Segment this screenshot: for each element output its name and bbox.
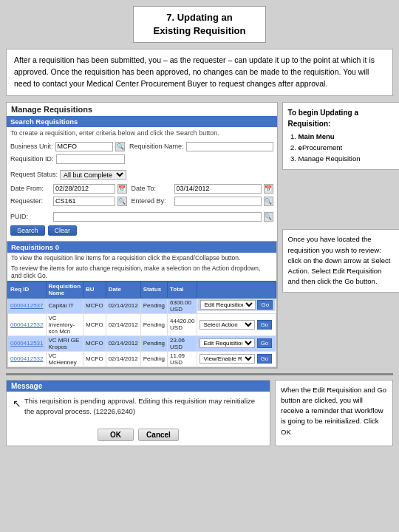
date-cell: 02/14/2012: [106, 335, 140, 351]
requester-label: Requester:: [10, 197, 51, 205]
search-button[interactable]: Search: [10, 225, 45, 236]
table-row: 0000412537 Capital IT MCFO 02/14/2012 Pe…: [8, 298, 276, 313]
bu-cell: MCFO: [83, 351, 106, 366]
callout2-text: Once you have located the requisition yo…: [288, 235, 391, 285]
message-text: This requisition is pending approval. Ed…: [24, 397, 255, 415]
search-buttons: Search Clear: [7, 223, 277, 238]
search-requisitions-bar: Search Requisitions: [7, 116, 277, 127]
req-id-cell: 0000412532: [8, 351, 47, 366]
callout1-step2: eProcurement: [299, 143, 395, 153]
callout-box-2: Once you have located the requisition yo…: [282, 229, 399, 292]
action-dropdown[interactable]: Edit Requisition: [200, 300, 256, 310]
req-name-cell: Capital IT: [46, 298, 83, 313]
ok-button[interactable]: OK: [98, 429, 134, 441]
action-cell[interactable]: View/Enable Requisition Go: [197, 351, 276, 366]
col-date: Date: [106, 281, 140, 298]
action-dropdown[interactable]: View/Enable Requisition: [200, 354, 255, 364]
req-table: Req ID Requisition Name BU Date Status T…: [7, 281, 276, 367]
requisitions-section: Requisitions 0 To view the requisition l…: [7, 241, 277, 368]
date-to-label: Date To:: [132, 185, 172, 192]
business-unit-label: Business Unit:: [10, 143, 53, 150]
business-unit-input[interactable]: [55, 142, 114, 151]
req-name-input[interactable]: [186, 142, 273, 151]
action-cell[interactable]: Edit Requisition Go: [197, 335, 276, 351]
req-status-dropdown[interactable]: All but Complete Pending Approved Comple…: [60, 170, 126, 180]
callout-box-3: When the Edit Requisition and Go button …: [275, 380, 393, 447]
action-cell[interactable]: Edit Requisition Go: [197, 299, 276, 311]
callout1-title: To begin Updating a Requisition:: [288, 107, 395, 129]
req-id-cell: 0000412537: [8, 298, 47, 313]
total-cell: 11.09 USD: [168, 351, 197, 366]
date-from-label: Date From:: [10, 185, 51, 192]
requester-input[interactable]: [53, 197, 115, 206]
table-row: 0000412532 VC McHenney MCFO 02/14/2012 P…: [8, 351, 276, 366]
requester-search-icon[interactable]: 🔍: [117, 197, 127, 206]
puid-input[interactable]: [53, 212, 262, 222]
go-button[interactable]: Go: [257, 338, 273, 348]
date-from-row: Date From: 📅: [10, 184, 127, 194]
page-title: 7. Updating an Existing Requisition: [133, 6, 266, 43]
callout1-steps: Main Menu eProcurement Manage Requisitio…: [288, 132, 395, 165]
date-from-calendar-icon[interactable]: 📅: [117, 184, 127, 194]
business-unit-search-icon[interactable]: 🔍: [115, 142, 125, 151]
divider: [6, 373, 393, 375]
puid-search-icon[interactable]: 🔍: [264, 212, 273, 222]
bu-cell: MCFO: [83, 335, 106, 351]
col-total: Total: [168, 281, 197, 298]
req-name-cell: VC Inventory-scn Mcn: [46, 313, 83, 335]
action-cell[interactable]: Select Action Go: [197, 313, 276, 335]
action-dropdown[interactable]: Edit Requisition: [200, 338, 255, 348]
date-from-input[interactable]: [53, 184, 115, 194]
req-id-cell: 0000412532: [8, 313, 47, 335]
entered-by-label: Entered By:: [132, 197, 172, 205]
status-row: Request Status: All but Complete Pending…: [7, 168, 277, 181]
search-help: To create a requisition, enter criteria …: [7, 127, 277, 139]
date-cell: 02/14/2012: [106, 313, 140, 335]
go-button[interactable]: Go: [257, 354, 273, 364]
go-button[interactable]: Go: [257, 320, 273, 330]
date-to-input[interactable]: [174, 184, 262, 194]
entered-by-input[interactable]: [174, 197, 262, 206]
action-dropdown[interactable]: Select Action: [200, 320, 255, 330]
status-cell: Pending: [140, 313, 167, 335]
req-id-input[interactable]: [56, 154, 126, 164]
status-cell: Pending: [140, 298, 167, 313]
callout1-step1: Main Menu: [299, 132, 395, 142]
message-title: Message: [7, 381, 270, 392]
status-cell: Pending: [140, 335, 167, 351]
bottom-area: Message ↖ This requisition is pending ap…: [6, 380, 393, 447]
req-name-cell: VC MRI GE Kropos: [46, 335, 83, 351]
bu-cell: MCFO: [83, 298, 106, 313]
col-action: [197, 281, 276, 298]
puid-row: PUID: 🔍: [7, 211, 277, 223]
status-cell: Pending: [140, 351, 167, 366]
entered-by-row: Entered By: 🔍: [132, 197, 273, 206]
req-id-label: Requisition ID:: [10, 155, 54, 163]
req-status-label: Request Status:: [10, 171, 58, 178]
clear-button[interactable]: Clear: [48, 225, 78, 236]
callout-box-1: To begin Updating a Requisition: Main Me…: [282, 102, 399, 171]
req-name-row: Requisition Name:: [129, 142, 273, 151]
table-row: 0000412531 VC MRI GE Kropos MCFO 02/14/2…: [8, 335, 276, 351]
entered-by-search-icon[interactable]: 🔍: [264, 197, 273, 206]
req-name-label: Requisition Name:: [129, 143, 184, 150]
req-note: To view the requisition line items for a…: [7, 253, 276, 263]
date-cell: 02/14/2012: [106, 298, 140, 313]
cursor-icon: ↖: [13, 396, 21, 412]
total-cell: 6300.00 USD: [168, 298, 197, 313]
date-to-calendar-icon[interactable]: 📅: [264, 184, 273, 194]
req-note2: To review the items for auto change requ…: [7, 263, 276, 281]
cancel-button[interactable]: Cancel: [138, 429, 179, 441]
business-unit-row: Business Unit: 🔍: [10, 142, 125, 151]
puid-label: PUID:: [10, 213, 51, 220]
date-to-row: Date To: 📅: [132, 184, 273, 194]
table-row: 0000412532 VC Inventory-scn Mcn MCFO 02/…: [8, 313, 276, 335]
go-button[interactable]: Go: [257, 300, 273, 310]
message-buttons: OK Cancel: [7, 426, 270, 446]
req-section-title: Requisitions 0: [7, 242, 276, 253]
col-bu: BU: [83, 281, 106, 298]
col-req-id: Req ID: [8, 281, 47, 298]
message-panel: Message ↖ This requisition is pending ap…: [6, 380, 270, 447]
intro-text: After a requisition has been submitted, …: [6, 49, 393, 95]
callout3-text: When the Edit Requisition and Go button …: [281, 386, 386, 436]
